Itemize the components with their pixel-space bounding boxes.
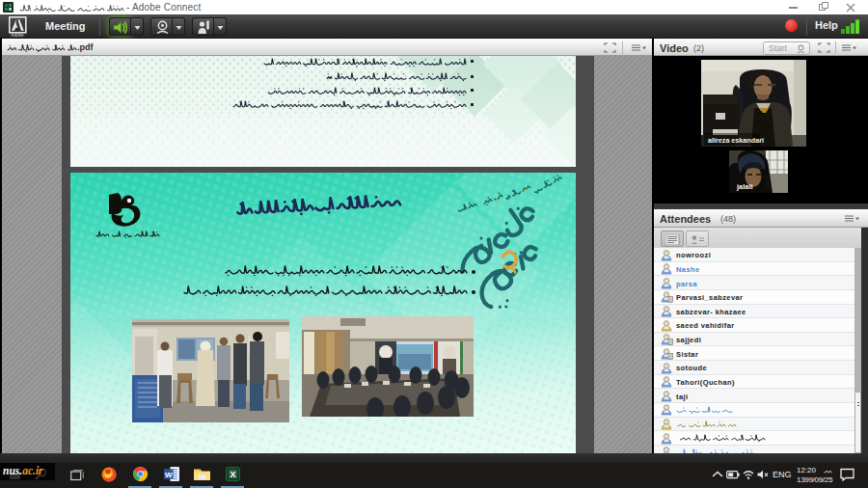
- svg-text:X: X: [230, 470, 235, 479]
- svg-text:alireza eskandari: alireza eskandari: [708, 136, 764, 145]
- svg-text:Adobe: Adobe: [11, 33, 24, 37]
- svg-text:W: W: [165, 471, 173, 479]
- svg-text:jalali: jalali: [736, 182, 753, 191]
